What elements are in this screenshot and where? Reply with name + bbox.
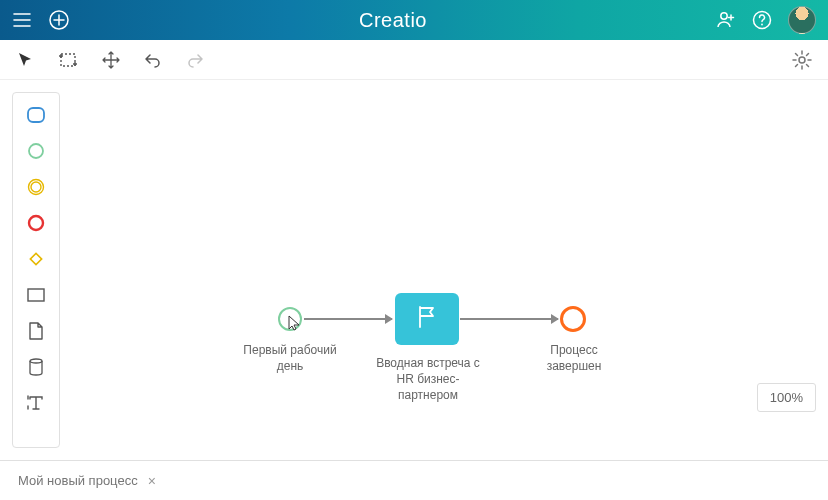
- menu-icon[interactable]: [12, 10, 32, 30]
- palette-document-icon[interactable]: [26, 321, 46, 341]
- svg-point-3: [761, 24, 763, 26]
- app-header: Creatio: [0, 0, 828, 40]
- cursor-icon: [288, 315, 302, 335]
- svg-rect-6: [28, 108, 44, 122]
- undo-icon[interactable]: [144, 51, 162, 69]
- redo-icon[interactable]: [186, 51, 204, 69]
- sequence-flow[interactable]: [304, 318, 392, 320]
- svg-point-13: [30, 359, 42, 363]
- palette-datastore-icon[interactable]: [26, 357, 46, 377]
- palette-text-icon[interactable]: [26, 393, 46, 413]
- brand-logo: Creatio: [70, 9, 716, 32]
- user-task-label: Вводная встреча с HR бизнес-партнером: [373, 355, 483, 404]
- process-tab-label[interactable]: Мой новый процесс: [18, 473, 138, 488]
- svg-point-10: [29, 216, 43, 230]
- end-event-node[interactable]: [560, 306, 586, 332]
- svg-point-7: [29, 144, 43, 158]
- move-tool-icon[interactable]: [102, 51, 120, 69]
- process-canvas[interactable]: Первый рабочий день Вводная встреча с HR…: [60, 80, 828, 460]
- svg-rect-11: [30, 253, 41, 264]
- user-add-icon[interactable]: [716, 10, 736, 30]
- svg-point-9: [31, 182, 41, 192]
- svg-rect-4: [61, 54, 75, 66]
- palette-diamond[interactable]: [26, 249, 46, 269]
- palette-rounded-rect[interactable]: [26, 105, 46, 125]
- sequence-flow[interactable]: [460, 318, 558, 320]
- start-event-node[interactable]: [278, 307, 302, 331]
- toolbar: [0, 40, 828, 80]
- footer-tabs: Мой новый процесс ×: [0, 460, 828, 500]
- palette-rect[interactable]: [26, 285, 46, 305]
- lasso-tool-icon[interactable]: [58, 51, 78, 69]
- start-event-label: Первый рабочий день: [235, 342, 345, 374]
- palette-circle-green[interactable]: [26, 141, 46, 161]
- avatar[interactable]: [788, 6, 816, 34]
- help-icon[interactable]: [752, 10, 772, 30]
- zoom-level[interactable]: 100%: [757, 383, 816, 412]
- close-tab-icon[interactable]: ×: [148, 473, 156, 489]
- pointer-tool-icon[interactable]: [16, 51, 34, 69]
- user-task-node[interactable]: [395, 293, 459, 345]
- end-event-label: Процесс завершен: [532, 342, 616, 374]
- palette-circle-red[interactable]: [26, 213, 46, 233]
- flag-icon: [416, 305, 438, 333]
- svg-point-5: [799, 57, 805, 63]
- settings-icon[interactable]: [792, 50, 812, 70]
- svg-point-1: [721, 13, 727, 19]
- add-icon[interactable]: [48, 9, 70, 31]
- palette-circle-double[interactable]: [26, 177, 46, 197]
- svg-rect-12: [28, 289, 44, 301]
- element-palette: [12, 92, 60, 448]
